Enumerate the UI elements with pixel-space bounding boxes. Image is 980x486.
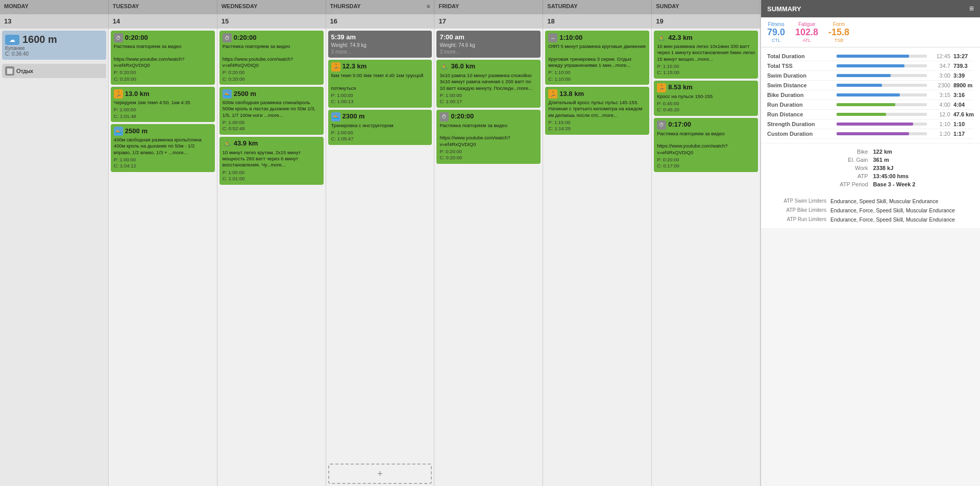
date-wednesday: 15 — [217, 14, 326, 29]
stat-bike-duration-planned: 3:15 — [930, 92, 950, 98]
fatigue-sub: ATL — [803, 38, 811, 43]
extra-atp-period-label: ATP Period — [769, 181, 873, 187]
sun-bike-body: 10 мин разминка легко 10x1мин 330 ватт ч… — [657, 43, 755, 62]
sunday-bike-card[interactable]: 🚴 42.3 km 10 мин разминка легко 10x1мин … — [654, 31, 758, 79]
fitness-value: 79.0 — [767, 27, 785, 38]
stat-swim-distance-label: Swim Distance — [767, 82, 834, 88]
fri-bike-body: 3x10 рампа 10 минут разминка спокойно 3x… — [439, 72, 537, 91]
extra-atp-period-value: Base 3 - Week 2 — [873, 181, 972, 187]
wednesday-bike-card[interactable]: 🚴 43.9 km 10 минут легко крутим, 2x15 ми… — [219, 137, 324, 185]
header-friday: FRIDAY — [434, 0, 543, 14]
summary-menu-icon[interactable]: ≡ — [969, 4, 974, 13]
wed-stretch-title: 0:20:00 — [234, 34, 257, 42]
monday-swim-time: С: 0:36:40 — [5, 51, 103, 57]
swim-cloud-icon: ☁ — [5, 35, 19, 45]
tuesday-swim-card[interactable]: 🏊 2500 m 400м свободная разминка кроль/с… — [111, 124, 215, 172]
monday-rest-card[interactable]: ⬜ Отдых — [2, 64, 106, 78]
summary-metrics: Fitness 79.0 CTL Fatigue 102.8 ATL Form … — [761, 17, 980, 47]
stat-custom-duration-label: Custom Duration — [767, 131, 834, 137]
wed-bike-times: P: 1:00:00C: 1:01:00 — [223, 169, 321, 182]
sun-bike-times: P: 1:15:00C: 1:15:00 — [657, 63, 755, 76]
saturday-strength-card[interactable]: ↔ 1:10:00 ОФП 5 минут разминка круговые … — [545, 31, 649, 85]
wednesday-swim-card[interactable]: 🏊 2500 m 600м свободная разминка спина/к… — [219, 87, 324, 135]
summary-title: SUMMARY — [767, 5, 801, 13]
summary-stats: Total Duration 12:45 13:27 Total TSS — [761, 47, 980, 143]
thursday-menu-icon[interactable]: ≡ — [427, 3, 430, 9]
thu-time-title: 5:39 am — [331, 33, 429, 42]
atp-swim-value: Endurance, Speed Skill, Muscular Enduran… — [830, 198, 972, 204]
stat-swim-duration-label: Swim Duration — [767, 72, 834, 79]
stat-total-tss-bar — [837, 64, 927, 67]
thu-more: 3 more... — [331, 48, 429, 55]
fri-weight: Weight: 74.6 kg — [439, 42, 537, 48]
friday-header-card[interactable]: 7:00 am Weight: 74.6 kg 3 more... — [436, 31, 541, 58]
sat-strength-times: P: 1:10:00C: 1:10:00 — [548, 69, 646, 82]
date-thursday: 16 — [326, 14, 435, 29]
bike-icon-fri1: 🚴 — [439, 62, 449, 71]
extra-elgain-value: 361 m — [873, 157, 972, 163]
clock-icon-wed1: ⏱ — [223, 33, 232, 42]
stat-total-duration-bar — [837, 55, 927, 58]
run-icon-sat2: 🏃 — [548, 89, 557, 99]
clock-icon-fri2: ⏱ — [439, 112, 449, 121]
stat-total-tss: Total TSS 34.7 739.3 — [767, 61, 974, 71]
friday-stretch-card[interactable]: ⏱ 0:20:00 Растяжка повторяем за видеоhtt… — [436, 110, 541, 164]
thu-weight: Weight: 74.9 kg — [331, 42, 429, 48]
extra-atp-label: ATP — [769, 173, 873, 179]
sun-bike-title: 42.3 km — [668, 34, 693, 42]
thursday-column: 5:39 am Weight: 74.9 kg 3 more... 🏃 12.3… — [326, 29, 435, 486]
date-tuesday: 14 — [109, 14, 217, 29]
atp-bike-label: ATP Bike Limiters — [769, 207, 830, 213]
sat-strength-body: ОФП 5 минут разминка круговые движенияКр… — [548, 43, 646, 68]
date-saturday: 18 — [543, 14, 652, 29]
thu-run-times: P: 1:00:00C: 1:00:13 — [331, 92, 429, 105]
sunday-run-card[interactable]: 🏃 8.53 km Кросс на пульсе 150-155 P: 0:4… — [654, 81, 758, 116]
stat-strength-duration-label: Strength Duration — [767, 121, 834, 127]
thu-run-title: 12.3 km — [342, 62, 367, 71]
stat-run-duration-label: Run Duration — [767, 102, 834, 108]
stat-swim-distance-actual: 8900 m — [953, 82, 974, 88]
fitness-label: Fitness — [768, 21, 784, 27]
date-friday: 17 — [434, 14, 543, 29]
tuesday-stretch-card[interactable]: ⏱ 0:20:00 Растяжка повторяем за видеоhtt… — [111, 31, 215, 85]
sun-stretch-body: Растяжка повторяем за видеоhttps://www.y… — [657, 131, 755, 156]
stat-run-duration-bar — [837, 103, 927, 106]
thursday-add-button[interactable]: + — [328, 464, 432, 484]
tue-stretch-title: 0:20:00 — [125, 34, 148, 42]
fri-stretch-body: Растяжка повторяем за видеоhttps://www.y… — [439, 123, 537, 148]
stat-total-duration-planned: 12:45 — [930, 53, 950, 59]
wed-swim-body: 600м свободная разминка спина/кроль 500м… — [223, 100, 321, 118]
monday-swim-card[interactable]: ☁ 1600 m Купание С: 0:36:40 — [2, 31, 106, 60]
header-sunday: SUNDAY — [652, 0, 761, 14]
thursday-header-card[interactable]: 5:39 am Weight: 74.9 kg 3 more... — [328, 31, 432, 58]
sun-run-title: 8.53 km — [668, 83, 693, 92]
stat-swim-distance: Swim Distance 2300 8900 m — [767, 81, 974, 90]
stat-swim-duration: Swim Duration 3:00 3:39 — [767, 71, 974, 81]
stat-bike-duration-actual: 3:16 — [953, 92, 974, 98]
tue-run-body: Чередуем 1км темп 4:50, 1км 4:35 — [114, 100, 212, 106]
stat-run-duration-actual: 4:04 — [953, 102, 974, 108]
stat-custom-duration: Custom Duration 1:20 1:17 — [767, 129, 974, 139]
date-monday: 13 — [0, 14, 109, 29]
extra-atp: ATP 13:45:00 hms — [769, 172, 972, 180]
bike-icon-wed3: 🚴 — [223, 139, 232, 149]
sunday-stretch-card[interactable]: ⏱ 0:17:00 Растяжка повторяем за видеоhtt… — [654, 118, 758, 172]
extra-work: Work 2338 kJ — [769, 164, 972, 172]
thursday-swim-card[interactable]: 🏊 2300 m Тренировка с инструктором P: 1:… — [328, 110, 432, 145]
form-label: Form — [833, 21, 845, 27]
sat-run-body: Длительный кросс пульс пульс 145-155. На… — [548, 100, 646, 118]
stat-total-tss-label: Total TSS — [767, 63, 834, 69]
sat-run-times: P: 1:15:00C: 1:16:25 — [548, 119, 646, 132]
clock-icon-sun3: ⏱ — [657, 120, 666, 130]
wednesday-stretch-card[interactable]: ⏱ 0:20:00 Растяжка повторяем за видеоhtt… — [219, 31, 324, 85]
atp-section: ATP Swim Limiters Endurance, Speed Skill… — [761, 192, 980, 228]
calendar-grid: ☁ 1600 m Купание С: 0:36:40 ⬜ Отдых ⏱ — [0, 29, 761, 486]
tuesday-run-card[interactable]: 🏃 13.0 km Чередуем 1км темп 4:50, 1км 4:… — [111, 87, 215, 122]
saturday-run-card[interactable]: 🏃 13.8 km Длительный кросс пульс пульс 1… — [545, 87, 649, 135]
friday-bike-card[interactable]: 🚴 36.0 km 3x10 рампа 10 минут разминка с… — [436, 60, 541, 108]
strength-icon-sat1: ↔ — [548, 33, 557, 42]
friday-column: 7:00 am Weight: 74.6 kg 3 more... 🚴 36.0… — [434, 29, 543, 486]
stat-swim-duration-planned: 3:00 — [930, 72, 950, 79]
thursday-run-card[interactable]: 🏃 12.3 km 5км темп 5:00 6км темп 4:40 1к… — [328, 60, 432, 108]
stat-custom-duration-actual: 1:17 — [953, 131, 974, 137]
